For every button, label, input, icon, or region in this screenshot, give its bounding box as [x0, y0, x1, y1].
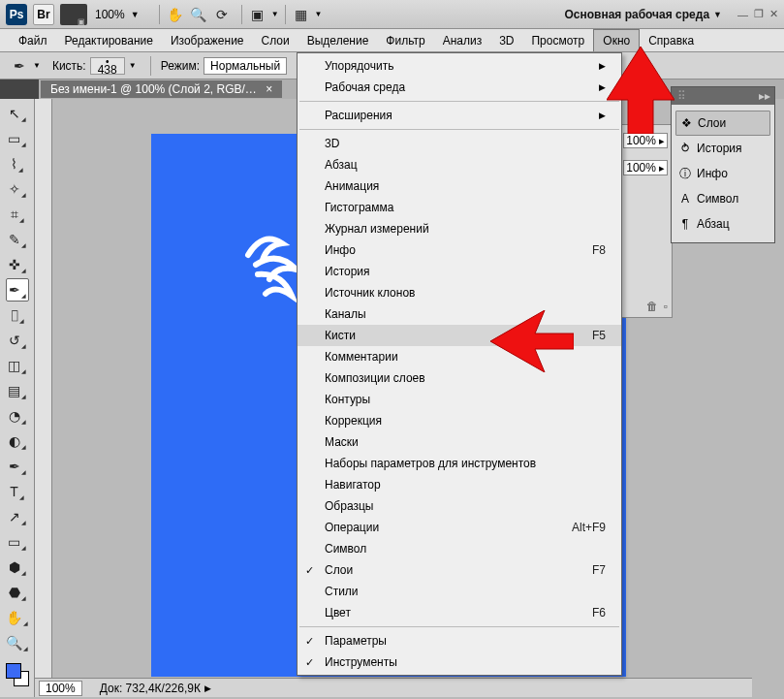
trash-icon[interactable]: 🗑: [646, 300, 658, 313]
color-swatch[interactable]: [6, 663, 29, 686]
menu-item-3d[interactable]: 3D: [298, 133, 621, 154]
window-restore-icon[interactable]: ❐: [754, 8, 764, 20]
rotate-view-icon[interactable]: ⟳: [212, 5, 232, 24]
window-close-icon[interactable]: ✕: [769, 8, 778, 20]
panel-titlebar[interactable]: ⠿ ▸▸: [672, 87, 774, 105]
menu-просмотр[interactable]: Просмотр: [522, 30, 593, 51]
menu-item-цвет[interactable]: ЦветF6: [298, 602, 621, 623]
menu-изображение[interactable]: Изображение: [162, 30, 253, 51]
menu-3d[interactable]: 3D: [490, 30, 522, 51]
menu-item-инфо[interactable]: ИнфоF8: [298, 239, 621, 261]
menu-item-стили[interactable]: Стили: [298, 581, 621, 602]
tool-shape[interactable]: ▭◢: [6, 530, 29, 554]
menu-item-символ[interactable]: Символ: [298, 538, 621, 559]
menu-item-навигатор[interactable]: Навигатор: [298, 474, 621, 495]
annotation-arrow-top: [607, 47, 674, 134]
tool-eraser[interactable]: ◫◢: [6, 354, 29, 377]
tool-type[interactable]: T◢: [6, 480, 29, 503]
panel-item-слои[interactable]: ❖Слои: [675, 111, 770, 136]
tool-blur[interactable]: ◔◢: [6, 404, 29, 428]
menu-item-контуры[interactable]: Контуры: [298, 389, 621, 410]
status-bar: 100% Док: 732,4К/226,9К ▶: [35, 678, 752, 697]
fill-field[interactable]: 100% ▸: [623, 160, 668, 175]
tool-move[interactable]: ↖◢: [6, 102, 29, 125]
tool-brush-active[interactable]: ✒◢: [6, 278, 29, 302]
menu-item-расширения[interactable]: Расширения▶: [298, 105, 621, 126]
zoom-tool-icon[interactable]: 🔍: [189, 5, 208, 24]
tool-stamp[interactable]: ⌷◢: [6, 303, 29, 327]
panel-item-символ[interactable]: AСимвол: [675, 186, 770, 211]
menu-item-рабочая-среда[interactable]: Рабочая среда▶: [298, 77, 621, 98]
hand-icon[interactable]: ✋: [166, 5, 185, 24]
menu-item-абзац[interactable]: Абзац: [298, 154, 621, 175]
menu-item-гистограмма[interactable]: Гистограмма: [298, 197, 621, 218]
opacity-field[interactable]: 100% ▸: [623, 133, 668, 148]
menu-item-история[interactable]: История: [298, 261, 621, 282]
panel-item-история[interactable]: ⥁История: [675, 136, 770, 161]
menu-item-параметры[interactable]: ✓Параметры: [298, 630, 621, 651]
tool-eyedropper[interactable]: ✎◢: [6, 228, 29, 251]
new-layer-icon[interactable]: ▫: [664, 300, 668, 313]
history-icon: ⥁: [675, 142, 695, 155]
tool-zoom[interactable]: 🔍◢: [6, 631, 29, 654]
menu-item-образцы[interactable]: Образцы: [298, 495, 621, 517]
tool-wand[interactable]: ✧◢: [6, 177, 29, 201]
menu-item-инструменты[interactable]: ✓Инструменты: [298, 651, 621, 673]
menu-слои[interactable]: Слои: [253, 30, 298, 51]
zoom-dropdown-icon[interactable]: ▼: [131, 10, 140, 19]
tools-header: [0, 79, 39, 99]
dropdown-caret-icon[interactable]: ▼: [271, 10, 279, 18]
tool-hand[interactable]: ✋◢: [6, 606, 29, 629]
workspace-switcher[interactable]: Основная рабочая среда ▼: [564, 8, 722, 21]
arrange-icon[interactable]: ▦: [292, 5, 311, 24]
menu-item-маски[interactable]: Маски: [298, 431, 621, 453]
tool-preset-icon[interactable]: ✒: [10, 56, 29, 76]
tool-pen[interactable]: ✒◢: [6, 455, 29, 478]
window-minimize-icon[interactable]: —: [737, 9, 748, 20]
tool-lasso[interactable]: ⌇◢: [6, 152, 29, 175]
menu-item-журнал-измерений[interactable]: Журнал измерений: [298, 218, 621, 239]
blend-mode-select[interactable]: Нормальный: [204, 57, 287, 75]
tool-dodge[interactable]: ◐◢: [6, 429, 29, 453]
launch-icon[interactable]: [60, 4, 87, 25]
status-caret-icon[interactable]: ▶: [204, 683, 211, 693]
caret-down-icon: ▼: [713, 10, 722, 19]
tool-history-brush[interactable]: ↺◢: [6, 329, 29, 352]
bridge-icon[interactable]: Br: [33, 4, 54, 25]
menu-item-упорядочить[interactable]: Упорядочить▶: [298, 55, 621, 77]
tool-heal[interactable]: ✜◢: [6, 253, 29, 276]
tool-marquee[interactable]: ▭◢: [6, 127, 29, 150]
menu-separator: [299, 626, 619, 627]
menu-item-операции[interactable]: ОперацииAlt+F9: [298, 517, 621, 538]
menu-редактирование[interactable]: Редактирование: [56, 30, 162, 51]
menu-анализ[interactable]: Анализ: [434, 30, 491, 51]
dropdown-caret-icon[interactable]: ▼: [33, 61, 41, 70]
menu-фильтр[interactable]: Фильтр: [377, 30, 433, 51]
tool-gradient[interactable]: ▤◢: [6, 379, 29, 402]
panel-item-абзац[interactable]: ¶Абзац: [675, 211, 770, 237]
dropdown-caret-icon[interactable]: ▼: [315, 10, 323, 18]
close-tab-icon[interactable]: ×: [266, 82, 272, 96]
tool-crop[interactable]: ⌗◢: [6, 203, 29, 226]
menu-item-источник-клонов[interactable]: Источник клонов: [298, 282, 621, 303]
panel-item-инфо[interactable]: ⓘИнфо: [675, 161, 770, 186]
zoom-level[interactable]: 100%: [95, 8, 125, 21]
menu-item-анимация[interactable]: Анимация: [298, 175, 621, 197]
menu-item-слои[interactable]: ✓СлоиF7: [298, 559, 621, 581]
menu-item-коррекция[interactable]: Коррекция: [298, 410, 621, 431]
dropdown-caret-icon[interactable]: ▼: [129, 61, 139, 70]
tool-path[interactable]: ↗◢: [6, 505, 29, 528]
menu-файл[interactable]: Файл: [10, 30, 56, 51]
layers-panel-peek: 100% ▸ 100% ▸ 🗑 ▫: [620, 124, 673, 318]
tool-3dview[interactable]: ⬣◢: [6, 581, 29, 604]
tool-3d[interactable]: ⬢◢: [6, 556, 29, 579]
menu-item-наборы-параметров-для-инструментов[interactable]: Наборы параметров для инструментов: [298, 453, 621, 474]
status-zoom[interactable]: 100%: [39, 681, 82, 696]
screenmode-icon[interactable]: ▣: [248, 5, 267, 24]
ps-logo-icon: Ps: [6, 4, 27, 25]
document-tab[interactable]: Без имени-1 @ 100% (Слой 2, RGB/… ×: [41, 80, 282, 98]
brush-preview[interactable]: •438: [90, 57, 125, 75]
menu-выделение[interactable]: Выделение: [298, 30, 378, 51]
menu-separator: [299, 101, 619, 102]
panel-collapse-icon[interactable]: ▸▸: [759, 89, 770, 103]
